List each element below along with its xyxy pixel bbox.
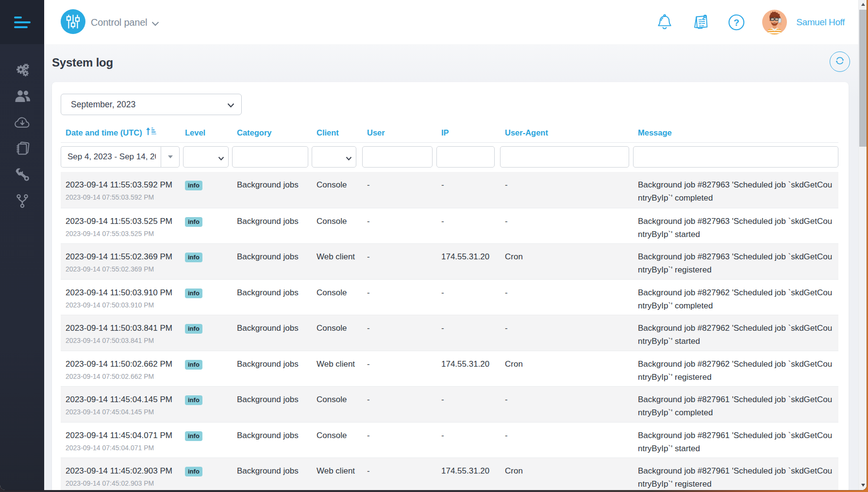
cell-message: Background job #827961 'Scheduled job `s…	[633, 458, 838, 490]
column-header-message[interactable]: Message	[633, 128, 838, 137]
log-row[interactable]: 2023-09-14 11:45:04.071 PM 2023-09-14 07…	[61, 422, 838, 458]
column-header-user-agent[interactable]: User-Agent	[500, 128, 633, 137]
scroll-down-arrow-icon	[861, 484, 865, 487]
brand[interactable]: Control panel	[61, 9, 159, 36]
scrollbar-thumb[interactable]	[859, 10, 867, 147]
cell-user: -	[362, 208, 436, 244]
column-header-level[interactable]: Level	[183, 128, 232, 137]
cell-message: Background job #827963 'Scheduled job `s…	[633, 208, 838, 244]
notes-icon[interactable]	[692, 14, 709, 31]
column-header-date[interactable]: Date and time (UTC)	[61, 128, 183, 138]
level-badge: info	[185, 253, 202, 262]
column-header-user[interactable]: User	[362, 128, 436, 137]
log-row[interactable]: 2023-09-14 11:50:03.841 PM 2023-09-14 07…	[61, 315, 838, 351]
sidebar-item-users[interactable]	[0, 83, 44, 109]
time-utc: 2023-09-14 11:55:03.592 PM	[66, 178, 177, 191]
column-header-client[interactable]: Client	[312, 128, 362, 137]
cell-user: -	[362, 172, 436, 208]
cell-user-agent: -	[500, 387, 633, 422]
sidebar-item-integrations[interactable]	[0, 188, 44, 214]
cell-ip: -	[436, 387, 500, 422]
message-filter-input[interactable]	[633, 146, 838, 168]
user-name[interactable]: Samuel Hoff	[796, 17, 845, 28]
cell-date: 2023-09-14 11:45:02.903 PM 2023-09-14 07…	[61, 458, 183, 490]
filter-row	[61, 142, 838, 172]
cell-level: info	[183, 280, 232, 315]
log-row[interactable]: 2023-09-14 11:55:03.592 PM 2023-09-14 07…	[61, 172, 838, 208]
cell-date: 2023-09-14 11:45:04.071 PM 2023-09-14 07…	[61, 423, 183, 458]
level-filter-select[interactable]	[183, 146, 229, 168]
cell-client: Console	[312, 387, 362, 422]
log-row[interactable]: 2023-09-14 11:50:02.662 PM 2023-09-14 07…	[61, 351, 838, 387]
cell-user-agent: -	[500, 315, 633, 351]
cell-date: 2023-09-14 11:50:03.910 PM 2023-09-14 07…	[61, 280, 183, 315]
date-range-input[interactable]	[61, 146, 161, 168]
user-agent-filter-input[interactable]	[500, 146, 629, 168]
level-badge: info	[185, 467, 202, 476]
log-card: September, 2023 Date and time (UTC)	[52, 82, 849, 490]
scroll-down-button[interactable]	[859, 481, 867, 489]
cell-message: Background job #827963 'Scheduled job `s…	[633, 244, 838, 279]
cell-ip: -	[436, 423, 500, 458]
sidebar-item-downloads[interactable]	[0, 109, 44, 136]
cell-user: -	[362, 458, 436, 490]
cell-category: Background jobs	[232, 315, 312, 351]
main-content: System log September, 2023	[44, 44, 858, 490]
vertical-scrollbar[interactable]	[858, 0, 867, 490]
cell-message: Background job #827961 'Scheduled job `s…	[633, 387, 838, 422]
date-range-filter	[61, 146, 180, 168]
column-header-category[interactable]: Category	[232, 128, 312, 137]
log-row[interactable]: 2023-09-14 11:45:02.903 PM 2023-09-14 07…	[61, 458, 838, 490]
table-header-row: Date and time (UTC)	[61, 123, 838, 142]
user-filter-input[interactable]	[362, 146, 433, 168]
time-local: 2023-09-14 07:55:02.369 PM	[66, 264, 177, 274]
time-local: 2023-09-14 07:50:03.910 PM	[66, 300, 177, 310]
cell-ip: 174.55.31.20	[436, 458, 500, 490]
month-select[interactable]: September, 2023	[61, 94, 242, 115]
bell-icon[interactable]	[657, 14, 672, 31]
sidebar-item-tools[interactable]	[0, 162, 44, 188]
user-avatar[interactable]	[762, 10, 787, 34]
level-filter-wrap	[183, 146, 229, 168]
category-filter-input[interactable]	[232, 146, 308, 168]
cell-level: info	[183, 458, 232, 490]
refresh-button[interactable]	[830, 51, 850, 72]
date-range-dropdown-button[interactable]	[161, 146, 180, 168]
time-local: 2023-09-14 07:50:02.662 PM	[66, 372, 177, 382]
svg-text:?: ?	[734, 17, 739, 27]
time-local: 2023-09-14 07:50:03.841 PM	[66, 336, 177, 346]
month-select-wrap: September, 2023	[61, 94, 242, 115]
ip-filter-input[interactable]	[436, 146, 495, 168]
column-header-ip[interactable]: IP	[436, 128, 500, 137]
log-row[interactable]: 2023-09-14 11:55:03.525 PM 2023-09-14 07…	[61, 208, 838, 244]
cell-date: 2023-09-14 11:55:03.525 PM 2023-09-14 07…	[61, 208, 183, 244]
time-utc: 2023-09-14 11:50:03.910 PM	[66, 286, 177, 299]
client-filter-select[interactable]	[312, 146, 356, 168]
cell-user-agent: -	[500, 423, 633, 458]
help-icon[interactable]: ?	[728, 14, 745, 31]
log-row[interactable]: 2023-09-14 11:50:03.910 PM 2023-09-14 07…	[61, 279, 838, 315]
cell-client: Console	[312, 208, 362, 244]
log-table: Date and time (UTC)	[61, 123, 838, 490]
notebook-icon	[15, 141, 30, 156]
cell-date: 2023-09-14 11:45:04.145 PM 2023-09-14 07…	[61, 387, 183, 422]
sidebar-item-logs[interactable]	[0, 136, 44, 162]
level-badge: info	[185, 217, 202, 227]
page-title: System log	[52, 56, 113, 69]
client-filter-wrap	[312, 146, 356, 168]
cell-client: Console	[312, 280, 362, 315]
cell-ip: 174.55.31.20	[436, 351, 500, 387]
log-row[interactable]: 2023-09-14 11:55:02.369 PM 2023-09-14 07…	[61, 243, 838, 279]
level-badge: info	[185, 431, 202, 441]
log-row[interactable]: 2023-09-14 11:45:04.145 PM 2023-09-14 07…	[61, 386, 838, 422]
cell-client: Web client	[312, 351, 362, 387]
cell-level: info	[183, 244, 232, 279]
scroll-up-button[interactable]	[859, 0, 867, 8]
cell-date: 2023-09-14 11:50:02.662 PM 2023-09-14 07…	[61, 351, 183, 387]
cell-user: -	[362, 244, 436, 279]
cloud-download-icon	[14, 117, 31, 129]
time-utc: 2023-09-14 11:55:03.525 PM	[66, 215, 177, 228]
sidebar-item-settings[interactable]	[0, 57, 44, 83]
menu-icon[interactable]	[14, 17, 31, 28]
cell-level: info	[183, 172, 232, 208]
